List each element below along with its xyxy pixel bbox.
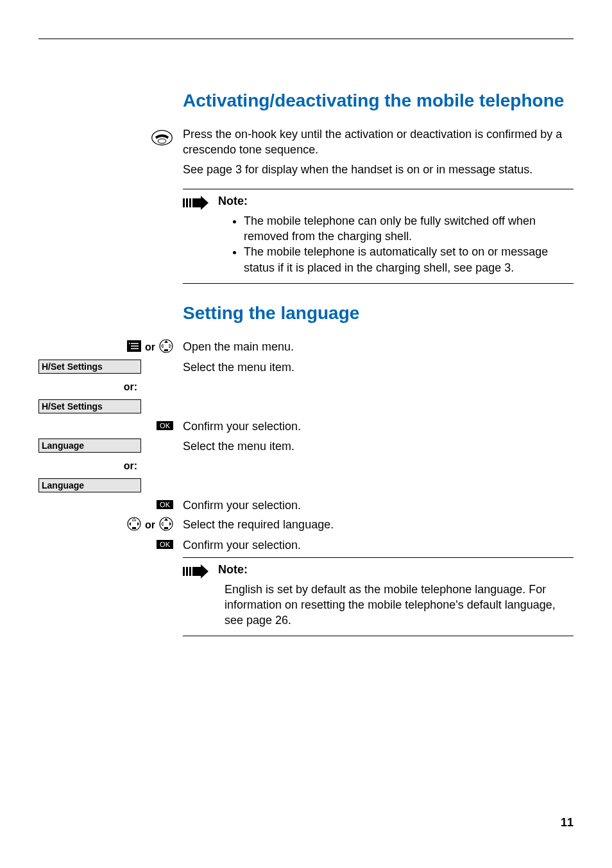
step-open-menu: Open the main menu. bbox=[173, 339, 574, 354]
note-bullet: The mobile telephone is automatically se… bbox=[244, 244, 574, 275]
svg-rect-4 bbox=[189, 198, 191, 207]
step-select-menu: Select the menu item. bbox=[173, 438, 574, 454]
svg-rect-12 bbox=[132, 527, 136, 529]
menu-item-language: Language bbox=[38, 478, 141, 492]
svg-point-1 bbox=[158, 139, 166, 143]
page-number: 11 bbox=[561, 816, 574, 829]
svg-rect-16 bbox=[186, 567, 188, 576]
menu-item-hset: H/Set Settings bbox=[38, 399, 141, 413]
heading-language: Setting the language bbox=[183, 303, 574, 324]
nav-key-icon bbox=[127, 517, 141, 534]
note-title-2: Note: bbox=[218, 563, 574, 577]
menu-key-icon bbox=[127, 340, 141, 354]
note-box-1: Note: The mobile telephone can only be f… bbox=[183, 189, 574, 284]
step-confirm: Confirm your selection. bbox=[173, 498, 574, 513]
or-label: or bbox=[145, 519, 155, 531]
menu-item-language: Language bbox=[38, 438, 141, 453]
note-text-2: English is set by default as the mobile … bbox=[218, 582, 574, 629]
menu-item-hset: H/Set Settings bbox=[38, 360, 141, 374]
nav-key-icon bbox=[159, 339, 173, 356]
step-select-menu: Select the menu item. bbox=[173, 360, 574, 375]
step-confirm: Confirm your selection. bbox=[173, 419, 574, 434]
ok-key-icon: OK bbox=[157, 500, 173, 509]
svg-rect-17 bbox=[189, 567, 191, 576]
heading-activate: Activating/deactivating the mobile telep… bbox=[183, 91, 574, 111]
note-title-1: Note: bbox=[218, 195, 574, 208]
note-box-2: Note: English is set by default as the m… bbox=[183, 557, 574, 637]
svg-point-0 bbox=[152, 130, 173, 145]
para-onhook: Press the on-hook key until the activati… bbox=[173, 126, 574, 158]
header-rule bbox=[38, 39, 574, 39]
nav-key-icon bbox=[159, 517, 173, 534]
svg-rect-15 bbox=[183, 567, 185, 576]
or-label: or: bbox=[38, 458, 141, 474]
svg-rect-10 bbox=[164, 349, 168, 351]
onhook-key-icon bbox=[38, 126, 173, 149]
or-label: or bbox=[145, 342, 155, 353]
note-arrow-icon bbox=[183, 196, 208, 210]
note-bullet: The mobile telephone can only be fully s… bbox=[244, 213, 574, 245]
svg-rect-2 bbox=[183, 198, 185, 207]
svg-rect-3 bbox=[186, 198, 188, 207]
ok-key-icon: OK bbox=[157, 540, 173, 549]
or-label: or: bbox=[38, 379, 141, 395]
ok-key-icon: OK bbox=[157, 421, 173, 430]
step-select-language: Select the required language. bbox=[173, 517, 574, 532]
svg-rect-14 bbox=[164, 527, 168, 529]
step-confirm: Confirm your selection. bbox=[173, 537, 574, 553]
para-see-page3: See page 3 for display when the handset … bbox=[183, 162, 574, 177]
note-arrow-icon bbox=[183, 564, 208, 578]
